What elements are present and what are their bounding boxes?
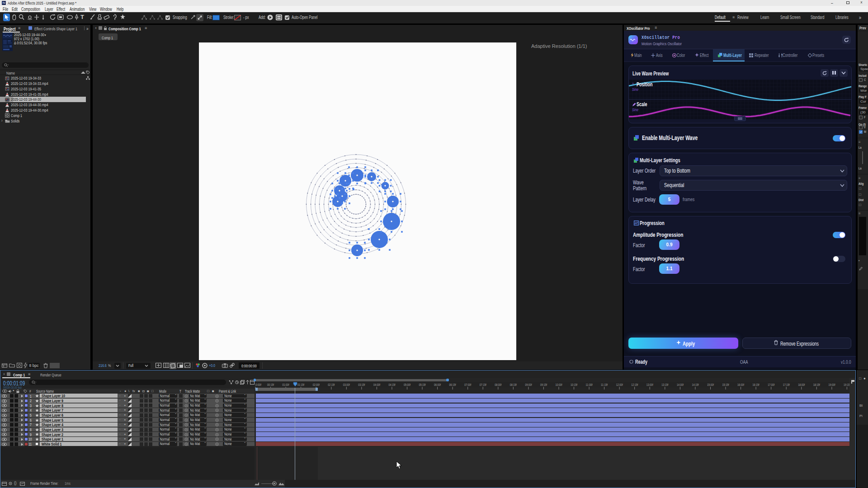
svg-text:13:15f: 13:15f bbox=[661, 383, 669, 387]
svg-text:08:00f: 08:00f bbox=[495, 383, 502, 387]
svg-text:13:00f: 13:00f bbox=[646, 383, 654, 387]
svg-text:01:00f: 01:00f bbox=[283, 383, 290, 387]
svg-text:09:15f: 09:15f bbox=[540, 383, 547, 387]
svg-text:06:00f: 06:00f bbox=[434, 383, 441, 387]
svg-text:06:15f: 06:15f bbox=[449, 383, 457, 387]
svg-text:08:15f: 08:15f bbox=[510, 383, 517, 387]
svg-text:03:00f: 03:00f bbox=[343, 383, 350, 387]
svg-text:07:00f: 07:00f bbox=[464, 383, 472, 387]
svg-text:14:15f: 14:15f bbox=[692, 383, 699, 387]
svg-text:05:15f: 05:15f bbox=[419, 383, 426, 387]
svg-text:18:15f: 18:15f bbox=[813, 383, 821, 387]
svg-text:16:15f: 16:15f bbox=[753, 383, 760, 387]
svg-text:04:15f: 04:15f bbox=[388, 383, 396, 387]
svg-text:18:00f: 18:00f bbox=[798, 383, 805, 387]
svg-text:12:15f: 12:15f bbox=[631, 383, 638, 387]
svg-text:19:00f: 19:00f bbox=[828, 383, 835, 387]
svg-text:10:15f: 10:15f bbox=[571, 383, 578, 387]
svg-text:01:15f: 01:15f bbox=[297, 383, 305, 387]
svg-text:0:00f: 0:00f bbox=[255, 383, 262, 387]
svg-text:15:00f: 15:00f bbox=[707, 383, 714, 387]
svg-text:03:15f: 03:15f bbox=[358, 383, 365, 387]
svg-text:16:00f: 16:00f bbox=[737, 383, 745, 387]
svg-text:11:15f: 11:15f bbox=[601, 383, 608, 387]
svg-text:14:00f: 14:00f bbox=[677, 383, 684, 387]
svg-text:19:15f: 19:15f bbox=[844, 383, 849, 387]
svg-text:12:00f: 12:00f bbox=[616, 383, 623, 387]
svg-text:05:00f: 05:00f bbox=[404, 383, 411, 387]
svg-text:17:00f: 17:00f bbox=[768, 383, 775, 387]
svg-text:00:15f: 00:15f bbox=[267, 383, 274, 387]
svg-text:02:00f: 02:00f bbox=[313, 383, 320, 387]
svg-text:04:00f: 04:00f bbox=[373, 383, 381, 387]
svg-text:15:15f: 15:15f bbox=[722, 383, 730, 387]
svg-text:11:00f: 11:00f bbox=[586, 383, 593, 387]
svg-text:07:15f: 07:15f bbox=[480, 383, 487, 387]
svg-text:02:15f: 02:15f bbox=[328, 383, 335, 387]
svg-text:17:15f: 17:15f bbox=[783, 383, 790, 387]
svg-text:09:00f: 09:00f bbox=[525, 383, 532, 387]
svg-text:10:00f: 10:00f bbox=[556, 383, 563, 387]
